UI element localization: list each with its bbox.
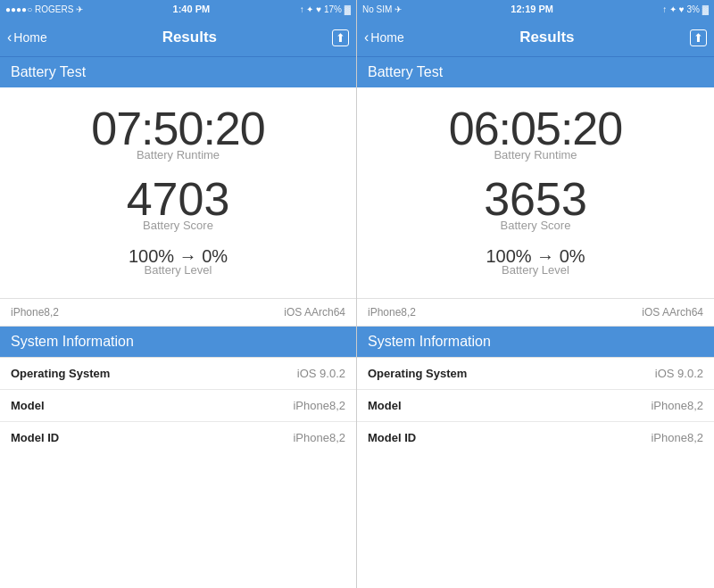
share-icon: ⬆ (332, 29, 349, 46)
sys-info-value: iPhone8,2 (293, 431, 345, 444)
nav-bar: ‹HomeResults⬆ (0, 18, 356, 57)
table-row: ModeliPhone8,2 (357, 390, 714, 422)
battery-stats: 06:05:20Battery Runtime3653Battery Score… (357, 87, 714, 298)
status-right: ↑ ✦ ♥ 17% ▓ (300, 4, 351, 14)
battery-runtime-row: 06:05:20Battery Runtime (449, 105, 622, 169)
battery-runtime-row: 07:50:20Battery Runtime (91, 105, 264, 169)
panel-left: ●●●●○ ROGERS ✈1:40 PM↑ ✦ ♥ 17% ▓‹HomeRes… (0, 0, 357, 588)
share-button[interactable]: ⬆ (332, 28, 349, 46)
battery-score-row: 4703Battery Score (127, 176, 230, 239)
table-row: Model IDiPhone8,2 (0, 422, 356, 453)
battery-score-value: 4703 (127, 176, 230, 222)
system-info-section: System InformationOperating SystemiOS 9.… (0, 327, 356, 453)
sys-info-key: Model (368, 399, 402, 412)
sys-info-key: Model ID (368, 431, 416, 444)
table-row: Model IDiPhone8,2 (357, 422, 714, 453)
sys-info-value: iPhone8,2 (293, 399, 345, 412)
back-label: Home (370, 30, 403, 45)
sys-info-key: Operating System (368, 367, 467, 380)
status-time: 12:19 PM (511, 4, 553, 14)
device-arch: iOS AArch64 (284, 306, 345, 319)
battery-level-row: 100% → 0%Battery Level (129, 246, 228, 284)
device-arch: iOS AArch64 (642, 306, 703, 319)
battery-test-header: Battery Test (357, 57, 714, 87)
sys-info-key: Model (11, 399, 45, 412)
share-button[interactable]: ⬆ (690, 28, 707, 46)
status-right: ↑ ✦ ♥ 3% ▓ (662, 4, 709, 14)
system-info-header: System Information (0, 327, 356, 357)
table-row: Operating SystemiOS 9.0.2 (0, 358, 356, 390)
chevron-left-icon: ‹ (364, 29, 369, 46)
status-bar: No SIM ✈12:19 PM↑ ✦ ♥ 3% ▓ (357, 0, 714, 18)
system-info-table: Operating SystemiOS 9.0.2ModeliPhone8,2M… (0, 357, 356, 453)
device-model: iPhone8,2 (368, 306, 416, 319)
system-info-table: Operating SystemiOS 9.0.2ModeliPhone8,2M… (357, 357, 714, 453)
sys-info-value: iOS 9.0.2 (655, 367, 703, 380)
nav-title: Results (162, 29, 217, 46)
status-time: 1:40 PM (173, 4, 211, 14)
nav-title: Results (519, 29, 574, 46)
sys-info-value: iOS 9.0.2 (297, 367, 345, 380)
sys-info-key: Model ID (11, 431, 59, 444)
sys-info-value: iPhone8,2 (651, 399, 703, 412)
device-info-row: iPhone8,2iOS AArch64 (0, 298, 356, 327)
sys-info-key: Operating System (11, 367, 110, 380)
chevron-left-icon: ‹ (7, 29, 12, 46)
battery-score-row: 3653Battery Score (484, 176, 587, 239)
back-button[interactable]: ‹Home (364, 29, 404, 46)
status-bar: ●●●●○ ROGERS ✈1:40 PM↑ ✦ ♥ 17% ▓ (0, 0, 356, 18)
panel-right: No SIM ✈12:19 PM↑ ✦ ♥ 3% ▓‹HomeResults⬆B… (357, 0, 714, 588)
back-button[interactable]: ‹Home (7, 29, 47, 46)
battery-stats: 07:50:20Battery Runtime4703Battery Score… (0, 87, 356, 298)
battery-runtime-value: 06:05:20 (449, 105, 622, 152)
system-info-section: System InformationOperating SystemiOS 9.… (357, 327, 714, 453)
system-info-header: System Information (357, 327, 714, 357)
device-info-row: iPhone8,2iOS AArch64 (357, 298, 714, 327)
nav-bar: ‹HomeResults⬆ (357, 18, 714, 57)
status-left: No SIM ✈ (362, 4, 402, 14)
battery-runtime-value: 07:50:20 (91, 105, 264, 152)
table-row: Operating SystemiOS 9.0.2 (357, 358, 714, 390)
table-row: ModeliPhone8,2 (0, 390, 356, 422)
share-icon: ⬆ (690, 29, 707, 46)
battery-level-row: 100% → 0%Battery Level (486, 246, 585, 284)
battery-test-header: Battery Test (0, 57, 356, 87)
device-model: iPhone8,2 (11, 306, 59, 319)
back-label: Home (13, 30, 46, 45)
sys-info-value: iPhone8,2 (651, 431, 703, 444)
battery-score-value: 3653 (484, 176, 587, 222)
status-left: ●●●●○ ROGERS ✈ (5, 4, 83, 14)
